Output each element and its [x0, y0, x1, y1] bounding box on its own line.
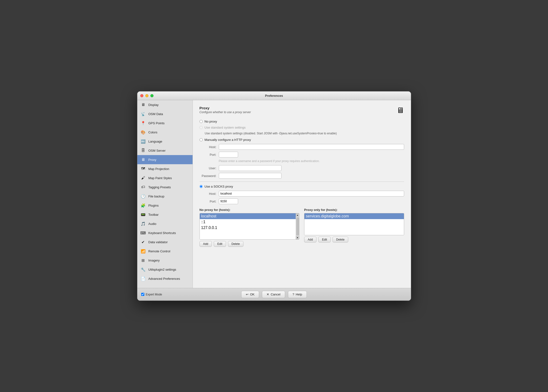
sidebar-item-imagery[interactable]: ⊞ Imagery — [137, 256, 192, 265]
no-proxy-hosts-list-wrapper: localhost ::1 127.0.0.1 ▲ ▼ — [199, 213, 299, 240]
sidebar-item-utilsplugin2[interactable]: 🔧 Utilsplugin2 settings — [137, 265, 192, 274]
audio-icon: 🎵 — [140, 221, 146, 227]
no-proxy-hosts-col: No proxy for (hosts): localhost ::1 127.… — [199, 208, 299, 247]
cancel-button[interactable]: ✕ Cancel — [262, 291, 285, 298]
proxy-only-edit-button[interactable]: Edit — [318, 237, 331, 243]
no-proxy-host-item-0[interactable]: localhost — [200, 213, 299, 219]
sidebar-item-osm-data[interactable]: 📡 OSM Data — [137, 109, 192, 119]
system-settings-row: Use standard system settings — [199, 126, 404, 129]
gps-points-label: GPS Points — [149, 121, 164, 125]
plugins-label: Plugins — [149, 204, 159, 207]
sidebar-item-colors[interactable]: 🎨 Colors — [137, 128, 192, 137]
advanced-preferences-label: Advanced Preferences — [149, 277, 180, 280]
user-input[interactable] — [219, 165, 281, 171]
no-proxy-edit-button[interactable]: Edit — [214, 241, 226, 247]
sidebar-item-display[interactable]: 🖥 Display — [137, 100, 192, 109]
sidebar-item-advanced-preferences[interactable]: 📄 Advanced Preferences — [137, 274, 192, 283]
bottom-bar: Expert Mode ↩ OK ✕ Cancel ? Help — [137, 288, 411, 301]
socks-host-label: Host: — [199, 192, 219, 196]
remote-control-icon: 📶 — [140, 248, 146, 254]
sidebar-item-map-projection[interactable]: 🗺 Map Projection — [137, 164, 192, 173]
no-proxy-delete-button[interactable]: Delete — [228, 241, 244, 247]
proxy-only-add-button[interactable]: Add — [304, 237, 316, 243]
help-label: Help — [296, 293, 302, 296]
proxy-only-host-item-0[interactable]: services.digitalglobe.com — [304, 213, 404, 219]
toolbar-label: Toolbar — [149, 213, 159, 217]
no-proxy-label: No proxy — [205, 120, 217, 123]
close-button[interactable] — [140, 94, 143, 97]
help-button[interactable]: ? Help — [288, 291, 307, 298]
sidebar-item-map-paint-styles[interactable]: 🖌 Map Paint Styles — [137, 173, 192, 182]
socks-port-row: Port: — [199, 198, 404, 204]
sidebar-item-gps-points[interactable]: 📍 GPS Points — [137, 119, 192, 128]
sidebar-item-data-validator[interactable]: ✔ Data validator — [137, 238, 192, 246]
file-backup-label: File backup — [149, 195, 164, 198]
panel-icon: 🖥 — [396, 106, 404, 115]
audio-label: Audio — [149, 222, 157, 226]
imagery-label: Imagery — [149, 259, 160, 262]
proxy-label: Proxy — [149, 158, 157, 161]
auth-hint: Please enter a username and a password i… — [219, 159, 404, 163]
sidebar-item-proxy[interactable]: 🖥 Proxy — [137, 155, 192, 164]
sidebar-item-language[interactable]: 🔤 Language — [137, 137, 192, 146]
panel-subtitle: Configure whether to use a proxy server — [199, 111, 251, 114]
expert-mode-checkbox[interactable] — [141, 293, 144, 296]
gps-points-icon: 📍 — [140, 120, 146, 126]
maximize-button[interactable] — [150, 94, 154, 97]
panel-title: Proxy — [199, 106, 251, 110]
sidebar-item-tagging-presets[interactable]: 🏷 Tagging Presets — [137, 182, 192, 192]
ok-button[interactable]: ↩ OK — [241, 291, 259, 298]
sidebar-item-file-backup[interactable]: 🕐 File backup — [137, 192, 192, 201]
map-projection-icon: 🗺 — [140, 166, 146, 172]
no-proxy-scrollbar[interactable]: ▲ ▼ — [296, 213, 299, 239]
password-input[interactable] — [219, 173, 281, 179]
scrollbar-thumb[interactable] — [296, 217, 299, 236]
proxy-icon: 🖥 — [140, 157, 146, 162]
socks-host-input[interactable] — [219, 191, 404, 196]
system-settings-radio[interactable] — [199, 126, 203, 129]
expert-mode-area: Expert Mode — [141, 293, 162, 296]
minimize-button[interactable] — [145, 94, 149, 97]
http-port-input[interactable] — [219, 152, 238, 157]
no-proxy-host-item-1[interactable]: ::1 — [200, 219, 299, 225]
sidebar-item-plugins[interactable]: 🧩 Plugins — [137, 201, 192, 210]
socks-row: Use a SOCKS proxy — [199, 185, 404, 188]
display-label: Display — [149, 103, 159, 107]
map-paint-styles-icon: 🖌 — [140, 175, 146, 181]
password-label: Password: — [199, 174, 219, 178]
no-proxy-radio[interactable] — [199, 120, 203, 123]
window-title: Preferences — [265, 94, 283, 98]
tagging-presets-label: Tagging Presets — [149, 185, 171, 189]
scrollbar-up[interactable]: ▲ — [296, 213, 299, 217]
socks-label: Use a SOCKS proxy — [205, 185, 233, 188]
proxy-only-hosts-list[interactable]: services.digitalglobe.com — [304, 213, 404, 235]
tagging-presets-icon: 🏷 — [140, 184, 146, 190]
main-panel: Proxy Configure whether to use a proxy s… — [193, 100, 411, 288]
no-proxy-hosts-buttons: Add Edit Delete — [199, 241, 299, 247]
language-label: Language — [149, 140, 163, 143]
socks-radio[interactable] — [199, 185, 203, 188]
cancel-label: Cancel — [271, 293, 280, 296]
no-proxy-row: No proxy — [199, 120, 404, 123]
colors-icon: 🎨 — [140, 129, 146, 135]
remote-control-label: Remote Control — [149, 249, 170, 253]
ok-label: OK — [250, 293, 255, 296]
no-proxy-host-item-2[interactable]: 127.0.0.1 — [200, 225, 299, 231]
sidebar-item-keyboard-shortcuts[interactable]: ⌨ Keyboard Shortcuts — [137, 228, 192, 238]
manual-http-radio[interactable] — [199, 138, 203, 141]
keyboard-shortcuts-icon: ⌨ — [140, 230, 146, 236]
proxy-only-delete-button[interactable]: Delete — [333, 237, 348, 243]
sidebar-item-audio[interactable]: 🎵 Audio — [137, 219, 192, 228]
sidebar: 🖥 Display 📡 OSM Data 📍 GPS Points 🎨 Colo… — [137, 100, 193, 288]
toolbar-icon: 📟 — [140, 212, 146, 217]
socks-port-input[interactable] — [219, 198, 238, 204]
hosts-section: No proxy for (hosts): localhost ::1 127.… — [199, 208, 404, 247]
http-host-input[interactable] — [219, 144, 404, 150]
sidebar-item-toolbar[interactable]: 📟 Toolbar — [137, 210, 192, 219]
no-proxy-add-button[interactable]: Add — [199, 241, 212, 247]
sidebar-item-osm-server[interactable]: 🗄 OSM Server — [137, 146, 192, 155]
scrollbar-down[interactable]: ▼ — [296, 236, 299, 239]
sidebar-item-remote-control[interactable]: 📶 Remote Control — [137, 246, 192, 256]
map-paint-styles-label: Map Paint Styles — [149, 176, 172, 180]
no-proxy-hosts-list[interactable]: localhost ::1 127.0.0.1 — [200, 213, 299, 239]
